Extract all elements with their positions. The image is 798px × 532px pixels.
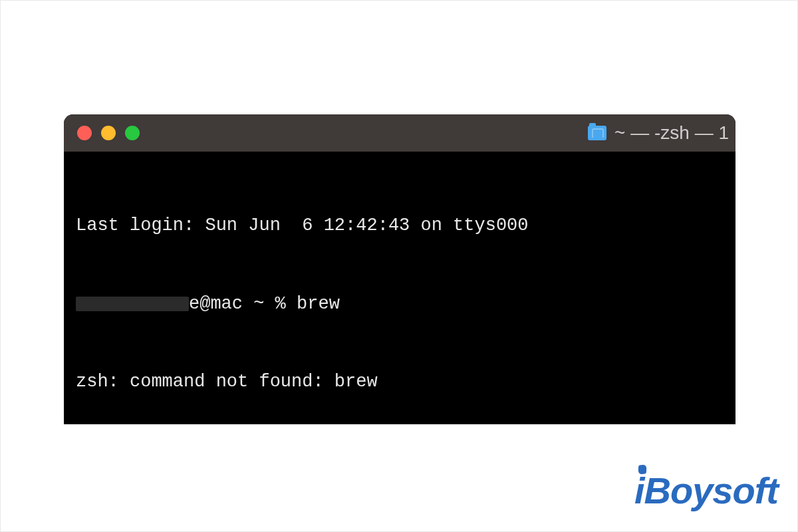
traffic-lights (77, 126, 140, 140)
window-titlebar[interactable]: ~ — -zsh — 1 (64, 114, 735, 152)
command-entered: brew (297, 294, 340, 314)
watermark-b: B (644, 469, 670, 512)
watermark-rest: oysoft (670, 469, 778, 512)
maximize-icon[interactable] (125, 126, 140, 140)
close-icon[interactable] (77, 126, 92, 140)
watermark-i: i (634, 469, 644, 512)
minimize-icon[interactable] (101, 126, 116, 140)
redacted-username-1 (76, 297, 189, 311)
terminal-line-error: zsh: command not found: brew (76, 369, 724, 395)
terminal-body[interactable]: Last login: Sun Jun 6 12:42:43 on ttys00… (64, 152, 735, 424)
window-title: ~ — -zsh — 1 (588, 114, 729, 152)
terminal-line-login: Last login: Sun Jun 6 12:42:43 on ttys00… (76, 213, 724, 239)
watermark-logo: iBoysoft (634, 469, 778, 512)
terminal-line-prompt-1: e@mac ~ % brew (76, 291, 724, 317)
prompt-1-suffix: e@mac ~ % (189, 294, 297, 314)
title-text: ~ — -zsh — 1 (614, 122, 729, 144)
folder-icon (588, 126, 606, 140)
terminal-window: ~ — -zsh — 1 Last login: Sun Jun 6 12:42… (64, 114, 735, 424)
